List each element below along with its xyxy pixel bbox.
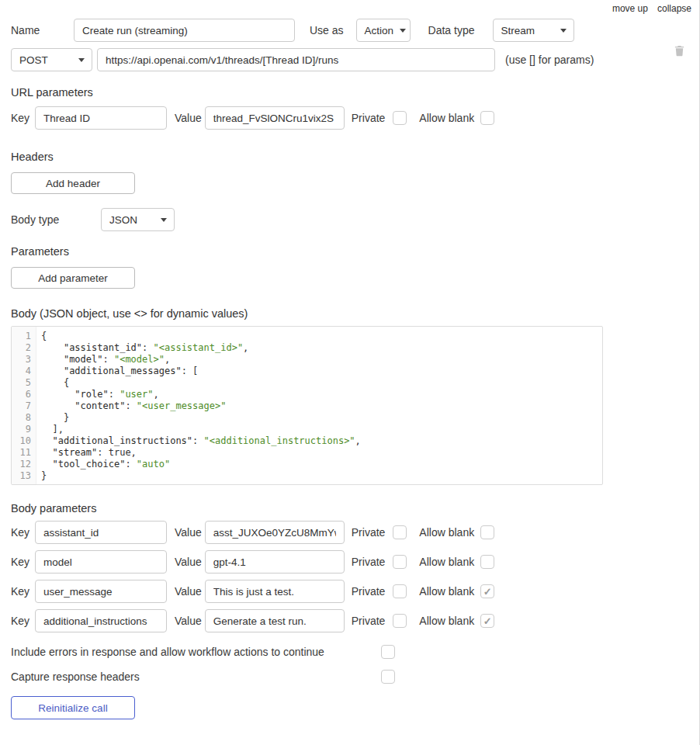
body-parameters-rows: Key Value Private Allow blank Key Value … [11,521,688,632]
http-method-selected-value: POST [19,54,48,66]
body-type-row: Body type JSON [11,208,688,231]
allow-blank-checkbox[interactable] [480,555,494,569]
move-up-link[interactable]: move up [612,3,648,14]
add-parameter-button[interactable]: Add parameter [11,267,135,289]
private-checkbox[interactable] [393,111,407,125]
body-param-value-input[interactable] [205,521,345,544]
use-as-label: Use as [310,24,344,36]
value-label: Value [175,556,202,568]
url-input[interactable] [97,48,495,71]
body-param-key-input[interactable] [35,580,167,603]
chevron-down-icon [400,29,406,33]
private-checkbox[interactable] [393,555,407,569]
url-param-key-input[interactable] [35,106,167,130]
private-label: Private [352,556,386,568]
call-header-row: Name Use as Action Data type Stream [11,19,688,42]
body-type-label: Body type [11,213,101,226]
capture-headers-label: Capture response headers [11,670,381,683]
call-name-input[interactable] [74,19,295,42]
key-label: Key [11,615,35,627]
data-type-selected-value: Stream [501,25,535,36]
allow-blank-label: Allow blank [419,556,474,568]
allow-blank-checkbox[interactable] [480,525,494,539]
use-as-select[interactable]: Action [356,19,411,42]
chevron-down-icon [560,29,567,33]
reinitialize-call-button[interactable]: Reinitialize call [11,696,135,719]
parameters-title: Parameters [11,245,688,258]
private-checkbox[interactable] [393,584,407,598]
allow-blank-label: Allow blank [419,526,474,539]
value-label: Value [175,526,202,539]
allow-blank-label: Allow blank [419,585,474,598]
code-gutter: 12345678910111213 [12,327,36,484]
data-type-label: Data type [428,24,475,36]
key-label: Key [11,112,35,124]
value-label: Value [175,585,202,598]
key-label: Key [11,585,35,598]
request-row: POST (use [] for params) [11,48,688,71]
include-errors-row: Include errors in response and allow wor… [11,645,688,659]
allow-blank-label: Allow blank [419,112,474,124]
capture-headers-checkbox[interactable] [381,670,395,684]
include-errors-label: Include errors in response and allow wor… [11,646,381,658]
url-parameter-row: Key Value Private Allow blank [11,106,688,130]
include-errors-checkbox[interactable] [381,645,395,659]
url-param-value-input[interactable] [205,106,345,130]
trash-icon [674,45,685,57]
add-header-button[interactable]: Add header [11,172,135,194]
body-parameter-row: Key Value Private Allow blank [11,580,688,603]
allow-blank-checkbox[interactable] [480,614,494,628]
body-param-value-input[interactable] [205,550,345,573]
headers-title: Headers [11,151,688,163]
private-label: Private [352,526,386,539]
allow-blank-checkbox[interactable] [480,111,494,125]
private-checkbox[interactable] [393,614,407,628]
body-parameters-title: Body parameters [11,502,688,515]
body-param-key-input[interactable] [35,521,167,544]
delete-call-button[interactable] [674,45,685,57]
body-parameter-row: Key Value Private Allow blank [11,609,688,632]
panel-controls: move up collapse [612,3,691,14]
url-params-hint: (use [] for params) [505,54,594,66]
key-label: Key [11,526,35,539]
private-label: Private [352,615,386,627]
private-checkbox[interactable] [393,525,407,539]
value-label: Value [175,112,202,124]
key-label: Key [11,556,35,568]
body-param-value-input[interactable] [205,580,345,603]
allow-blank-label: Allow blank [419,615,474,627]
body-parameter-row: Key Value Private Allow blank [11,521,688,544]
http-method-select[interactable]: POST [11,48,92,71]
code-lines[interactable]: { "assistant_id": "<assistant_id>", "mod… [36,327,602,484]
body-type-select[interactable]: JSON [101,208,175,231]
value-label: Value [175,615,202,627]
allow-blank-checkbox[interactable] [480,584,494,598]
data-type-select[interactable]: Stream [493,19,574,42]
url-parameters-title: URL parameters [11,86,688,99]
body-param-value-input[interactable] [205,609,345,632]
chevron-down-icon [161,218,167,222]
name-label: Name [11,24,74,36]
capture-headers-row: Capture response headers [11,670,688,684]
chevron-down-icon [78,58,85,62]
private-label: Private [352,112,386,124]
private-label: Private [352,585,386,598]
collapse-link[interactable]: collapse [657,3,691,14]
use-as-selected-value: Action [365,25,394,36]
api-call-panel: move up collapse Name Use as Action Data… [0,0,700,745]
body-type-selected-value: JSON [109,214,137,226]
body-param-key-input[interactable] [35,609,167,632]
body-editor-label: Body (JSON object, use <> for dynamic va… [11,307,688,320]
json-body-editor[interactable]: 12345678910111213 { "assistant_id": "<as… [11,326,603,485]
body-param-key-input[interactable] [35,550,167,573]
body-parameter-row: Key Value Private Allow blank [11,550,688,573]
